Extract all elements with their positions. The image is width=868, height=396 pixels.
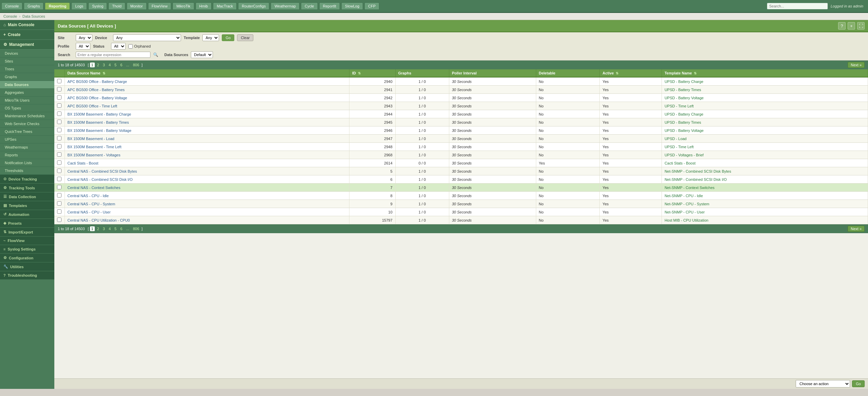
sidebar-subsection-configuration[interactable]: ⚙Configuration bbox=[0, 254, 54, 262]
sidebar-subsection-templates[interactable]: ▤Templates bbox=[0, 201, 54, 210]
sidebar-item-trees[interactable]: Trees bbox=[0, 65, 54, 73]
breadcrumb-console[interactable]: Console bbox=[3, 14, 17, 18]
nav-tab-routerconfigs[interactable]: RouterConfigs bbox=[238, 2, 269, 10]
row-checkbox[interactable] bbox=[57, 193, 61, 197]
row-checkbox[interactable] bbox=[57, 120, 61, 124]
page-link-6[interactable]: 6 bbox=[119, 63, 124, 67]
row-template-link[interactable]: UPSD - Battery Voltage bbox=[665, 128, 704, 133]
nav-tab-monitor[interactable]: Monitor bbox=[127, 2, 147, 10]
row-checkbox[interactable] bbox=[57, 177, 61, 181]
page-link-5[interactable]: 5 bbox=[113, 226, 118, 231]
row-name-link[interactable]: APC BG500 Office - Battery Voltage bbox=[68, 96, 127, 100]
sidebar-subsection-troubleshooting[interactable]: ?Troubleshooting bbox=[0, 271, 54, 280]
page-link-806[interactable]: 806 bbox=[132, 63, 141, 67]
row-name-link[interactable]: BX 1500M Basement - Load bbox=[68, 137, 114, 141]
nav-tab-weathermap[interactable]: Weathermap bbox=[271, 2, 300, 10]
page-link-6[interactable]: 6 bbox=[119, 226, 124, 231]
nav-tab-reportit[interactable]: ReportIt bbox=[319, 2, 340, 10]
row-name-link[interactable]: BX 1500M Basement - Battery Voltage bbox=[68, 128, 131, 133]
page-link-5[interactable]: 5 bbox=[113, 63, 118, 67]
template-select[interactable]: Any bbox=[202, 34, 219, 41]
orphaned-label[interactable]: Orphaned bbox=[128, 44, 151, 49]
orphaned-checkbox[interactable] bbox=[128, 44, 133, 49]
nav-tab-flowview[interactable]: FlowView bbox=[148, 2, 171, 10]
col-active[interactable]: Active ⇅ bbox=[600, 69, 662, 77]
row-template-link[interactable]: Cacti Stats - Boost bbox=[665, 161, 695, 165]
clear-button[interactable]: Clear bbox=[237, 34, 253, 41]
row-name-link[interactable]: Central NAS - CPU - User bbox=[68, 210, 111, 214]
fullscreen-icon-btn[interactable]: ⛶ bbox=[857, 22, 865, 30]
page-link-3[interactable]: 3 bbox=[102, 63, 106, 67]
nav-tab-slowlog[interactable]: SlowLog bbox=[341, 2, 363, 10]
sidebar-item-web-service-checks[interactable]: Web Service Checks bbox=[0, 120, 54, 128]
row-name-link[interactable]: APC BG500 Office - Time Left bbox=[68, 104, 117, 108]
row-template-link[interactable]: UPSD - Time Left bbox=[665, 145, 694, 149]
row-template-link[interactable]: UPSD - Battery Voltage bbox=[665, 96, 704, 100]
sidebar-main-console[interactable]: ⌂ Main Console bbox=[0, 20, 54, 30]
page-link-2[interactable]: 2 bbox=[96, 63, 101, 67]
sidebar-subsection-presets[interactable]: ◈Presets bbox=[0, 219, 54, 228]
row-template-link[interactable]: Net-SNMP - CPU - User bbox=[665, 210, 705, 214]
row-checkbox[interactable] bbox=[57, 201, 61, 206]
row-checkbox[interactable] bbox=[57, 144, 61, 149]
sidebar-create[interactable]: + Create bbox=[0, 30, 54, 40]
sidebar-item-reports[interactable]: Reports bbox=[0, 151, 54, 159]
row-template-link[interactable]: UPSD - Battery Times bbox=[665, 88, 701, 92]
sidebar-management[interactable]: ⚙ Management bbox=[0, 40, 54, 50]
nav-tab-mikrotik[interactable]: MikroTik bbox=[173, 2, 194, 10]
sidebar-subsection-data-collection[interactable]: ☰Data Collection bbox=[0, 192, 54, 201]
sidebar-item-graphs[interactable]: Graphs bbox=[0, 73, 54, 81]
row-name-link[interactable]: Central NAS - Combined SCSI Disk I/O bbox=[68, 177, 133, 182]
sidebar-subsection-utilities[interactable]: 🔧Utilities bbox=[0, 262, 54, 271]
nav-tab-cycle[interactable]: Cycle bbox=[301, 2, 318, 10]
nav-tab-console[interactable]: Console bbox=[1, 2, 22, 10]
row-checkbox[interactable] bbox=[57, 103, 61, 108]
row-template-link[interactable]: UPSD - Load bbox=[665, 137, 687, 141]
nav-tab-graphs[interactable]: Graphs bbox=[24, 2, 43, 10]
sidebar-item-maintenance-schedules[interactable]: Maintenance Schedules bbox=[0, 112, 54, 120]
nav-tab-logs[interactable]: Logs bbox=[71, 2, 87, 10]
row-name-link[interactable]: BX 1500M Basement - Voltages bbox=[68, 153, 121, 157]
action-select[interactable]: Choose an action Delete Enable Disable bbox=[796, 380, 850, 388]
page-link-1[interactable]: 1 bbox=[90, 63, 95, 67]
row-name-link[interactable]: BX 1500M Basement - Battery Times bbox=[68, 120, 129, 124]
row-checkbox[interactable] bbox=[57, 152, 61, 157]
add-icon-btn[interactable]: + bbox=[848, 22, 855, 30]
status-select[interactable]: All bbox=[111, 43, 126, 50]
row-template-link[interactable]: Net-SNMP - CPU - Idle bbox=[665, 194, 703, 198]
next-button-top[interactable]: Next » bbox=[848, 62, 865, 68]
nav-tab-cfp[interactable]: CFP bbox=[364, 2, 379, 10]
nav-tab-thold[interactable]: Thold bbox=[108, 2, 125, 10]
sidebar-item-upses[interactable]: UPSes bbox=[0, 136, 54, 143]
page-link-806[interactable]: 806 bbox=[132, 226, 141, 231]
sidebar-item-thresholds[interactable]: Thresholds bbox=[0, 167, 54, 175]
row-name-link[interactable]: Central NAS - CPU Utilization - CPU0 bbox=[68, 218, 130, 222]
row-name-link[interactable]: APC BG500 Office - Battery Times bbox=[68, 88, 125, 92]
sidebar-item-weathermaps[interactable]: Weathermaps bbox=[0, 143, 54, 151]
row-name-link[interactable]: APC BG500 Office - Battery Charge bbox=[68, 80, 127, 84]
sidebar-subsection-syslog-settings[interactable]: ≡Syslog Settings bbox=[0, 245, 54, 254]
row-name-link[interactable]: BX 1500M Basement - Battery Charge bbox=[68, 112, 131, 116]
datasources-select[interactable]: Default bbox=[191, 51, 213, 58]
row-checkbox[interactable] bbox=[57, 160, 61, 165]
sidebar-subsection-flowview[interactable]: ~FlowView bbox=[0, 237, 54, 245]
next-button-bottom[interactable]: Next » bbox=[848, 226, 865, 232]
row-checkbox[interactable] bbox=[57, 209, 61, 214]
page-link-4[interactable]: 4 bbox=[107, 63, 112, 67]
col-id[interactable]: ID ⇅ bbox=[349, 69, 395, 77]
row-template-link[interactable]: Host MIB - CPU Utilization bbox=[665, 218, 708, 222]
sidebar-subsection-import/export[interactable]: ⇅Import/Export bbox=[0, 228, 54, 237]
sidebar-subsection-tracking-tools[interactable]: ⚙Tracking Tools bbox=[0, 184, 54, 192]
help-icon-btn[interactable]: ? bbox=[838, 22, 846, 30]
row-checkbox[interactable] bbox=[57, 185, 61, 189]
row-template-link[interactable]: UPSD - Time Left bbox=[665, 104, 694, 108]
page-link-2[interactable]: 2 bbox=[96, 226, 101, 231]
row-template-link[interactable]: Net-SNMP - Combined SCSI Disk Bytes bbox=[665, 169, 731, 173]
col-template-name[interactable]: Template Name ⇅ bbox=[662, 69, 868, 77]
row-template-link[interactable]: UPSD - Voltages - Brief bbox=[665, 153, 704, 157]
sidebar-item-aggregates[interactable]: Aggregates bbox=[0, 89, 54, 97]
row-name-link[interactable]: Central NAS - Combined SCSI Disk Bytes bbox=[68, 169, 137, 173]
breadcrumb-data-sources[interactable]: Data Sources bbox=[22, 14, 45, 18]
row-template-link[interactable]: UPSD - Battery Times bbox=[665, 120, 701, 124]
row-checkbox[interactable] bbox=[57, 136, 61, 140]
